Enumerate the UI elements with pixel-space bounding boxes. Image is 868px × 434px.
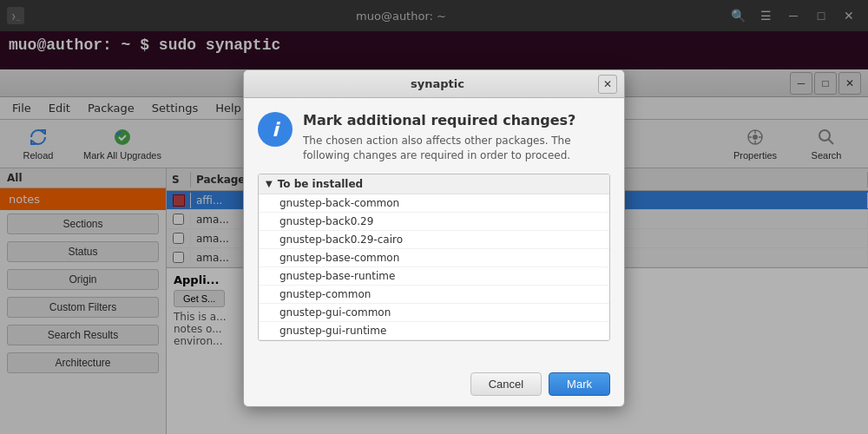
to-be-installed-label: To be installed [278,178,364,190]
list-item: gnustep-back0.29 [259,213,609,231]
info-icon: i [258,112,293,147]
dialog: synaptic ✕ i Mark additional required ch… [243,69,625,407]
list-item: gnustep-common [259,286,609,304]
dialog-overlay: synaptic ✕ i Mark additional required ch… [0,0,868,434]
dialog-close-button[interactable]: ✕ [598,75,617,94]
dialog-body: i Mark additional required changes? The … [244,98,624,365]
dialog-titlebar: synaptic ✕ [244,70,624,98]
triangle-down-icon: ▼ [266,179,273,188]
dialog-title: synaptic [277,77,598,90]
list-item: gnustep-back-common [259,194,609,213]
list-item: gnustep-back0.29-cairo [259,231,609,249]
dialog-description: The chosen action also affects other pac… [303,134,575,163]
mark-button[interactable]: Mark [549,372,610,396]
dialog-text-area: Mark additional required changes? The ch… [303,112,575,163]
list-item: gnustep-gui-runtime [259,322,609,340]
dialog-header-row: i Mark additional required changes? The … [258,112,610,163]
list-item: gnustep-gui-common [259,304,609,322]
packages-list[interactable]: ▼ To be installed gnustep-back-common gn… [258,174,610,341]
cancel-button[interactable]: Cancel [470,372,542,396]
list-item: gnustep-base-common [259,249,609,267]
dialog-footer: Cancel Mark [244,365,624,406]
to-be-installed-header: ▼ To be installed [259,174,609,194]
list-item: gnustep-base-runtime [259,267,609,286]
dialog-question: Mark additional required changes? [303,112,575,128]
